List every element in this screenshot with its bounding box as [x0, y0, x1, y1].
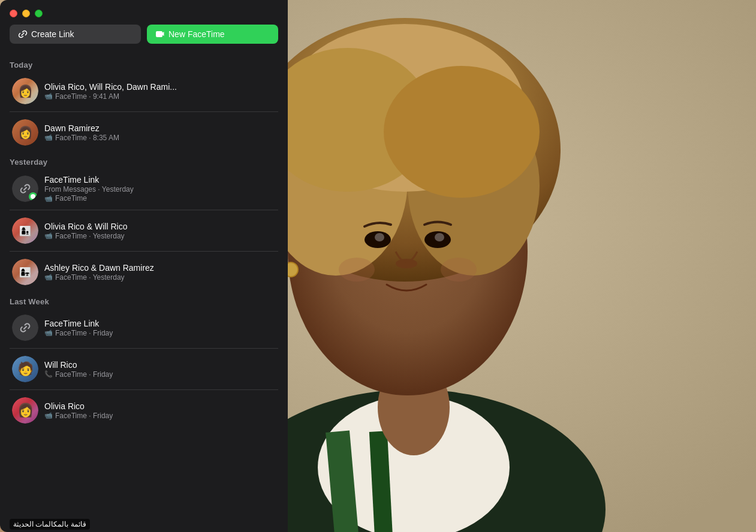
call-meta-2: 📹 FaceTime — [44, 194, 276, 202]
avatar — [12, 176, 38, 202]
svg-point-18 — [435, 233, 444, 241]
call-meta: 📹 FaceTime · Friday — [44, 329, 276, 337]
call-name: Dawn Ramirez — [44, 123, 276, 133]
call-name: Olivia Rico, Will Rico, Dawn Rami... — [44, 82, 276, 92]
call-meta: 📹 FaceTime · Friday — [44, 412, 276, 420]
fullscreen-button[interactable] — [35, 10, 43, 17]
avatar: 👩 — [12, 397, 38, 424]
section-last-week: Last Week — [0, 290, 288, 310]
svg-point-17 — [375, 233, 384, 241]
call-meta: 📹 FaceTime · Yesterday — [44, 232, 276, 240]
call-name: Ashley Rico & Dawn Ramirez — [44, 263, 276, 273]
sidebar: Create Link New FaceTime Today 👩 Olivia … — [0, 0, 288, 532]
avatar: 👩 — [12, 119, 38, 146]
list-item[interactable]: 👩‍👦 Olivia Rico & Will Rico 📹 FaceTime ·… — [2, 213, 285, 249]
call-info: Ashley Rico & Dawn Ramirez 📹 FaceTime · … — [44, 263, 276, 282]
avatar: 👩 — [12, 78, 38, 104]
video-icon: 📹 — [44, 195, 53, 202]
list-item[interactable]: 👩 Olivia Rico, Will Rico, Dawn Rami... 📹… — [2, 73, 285, 109]
call-info: Olivia Rico & Will Rico 📹 FaceTime · Yes… — [44, 222, 276, 240]
call-name: FaceTime Link — [44, 175, 276, 185]
section-yesterday: Yesterday — [0, 150, 288, 170]
top-buttons: Create Link New FaceTime — [0, 25, 288, 53]
list-item[interactable]: 👩‍👧 Ashley Rico & Dawn Ramirez 📹 FaceTim… — [2, 254, 285, 290]
call-info: Will Rico 📞 FaceTime · Friday — [44, 360, 276, 379]
traffic-lights — [0, 0, 288, 25]
divider — [10, 348, 278, 349]
video-icon: 📹 — [44, 273, 53, 281]
divider — [10, 251, 278, 252]
link-avatar-icon — [19, 321, 32, 334]
call-meta: From Messages · Yesterday — [44, 185, 276, 194]
call-info: Olivia Rico, Will Rico, Dawn Rami... 📹 F… — [44, 82, 276, 101]
divider — [10, 210, 278, 210]
close-button[interactable] — [10, 10, 17, 17]
messages-icon-small — [31, 194, 35, 199]
call-meta: 📹 FaceTime · 8:35 AM — [44, 134, 276, 142]
minimize-button[interactable] — [22, 10, 30, 17]
call-info: Olivia Rico 📹 FaceTime · Friday — [44, 401, 276, 420]
call-meta: 📞 FaceTime · Friday — [44, 370, 276, 379]
divider — [10, 111, 278, 112]
create-link-button[interactable]: Create Link — [10, 25, 141, 44]
call-list: Today 👩 Olivia Rico, Will Rico, Dawn Ram… — [0, 53, 288, 532]
call-info: Dawn Ramirez 📹 FaceTime · 8:35 AM — [44, 123, 276, 142]
video-camera-icon — [155, 29, 165, 39]
video-icon: 📹 — [44, 329, 53, 337]
svg-point-22 — [441, 258, 477, 282]
call-name: Olivia Rico — [44, 401, 276, 411]
phone-icon: 📞 — [44, 370, 53, 378]
call-meta: 📹 FaceTime · 9:41 AM — [44, 92, 276, 101]
new-facetime-button[interactable]: New FaceTime — [147, 25, 278, 44]
video-icon: 📹 — [44, 92, 53, 100]
svg-point-19 — [396, 259, 417, 268]
list-item[interactable]: FaceTime Link From Messages · Yesterday … — [2, 170, 285, 207]
link-icon — [18, 29, 28, 39]
call-name: FaceTime Link — [44, 319, 276, 328]
call-name: Olivia Rico & Will Rico — [44, 222, 276, 231]
call-meta: 📹 FaceTime · Yesterday — [44, 273, 276, 282]
section-today: Today — [0, 53, 288, 73]
call-info: FaceTime Link 📹 FaceTime · Friday — [44, 319, 276, 337]
avatar: 👩‍👦 — [12, 217, 38, 244]
avatar: 👩‍👧 — [12, 259, 38, 285]
list-item[interactable]: 👩 Dawn Ramirez 📹 FaceTime · 8:35 AM — [2, 114, 285, 150]
bottom-annotation-label: قائمة بالمكالمات الحديثة — [10, 519, 90, 530]
list-item[interactable]: FaceTime Link 📹 FaceTime · Friday — [2, 310, 285, 346]
svg-point-21 — [339, 258, 375, 282]
call-name: Will Rico — [44, 360, 276, 370]
video-icon: 📹 — [44, 232, 53, 240]
avatar: 🧑 — [12, 356, 38, 382]
list-item[interactable]: 🧑 Will Rico 📞 FaceTime · Friday — [2, 351, 285, 387]
avatar — [12, 315, 38, 341]
messages-badge — [29, 192, 37, 201]
svg-point-23 — [31, 194, 35, 199]
video-icon: 📹 — [44, 412, 53, 419]
svg-point-14 — [384, 66, 540, 198]
divider — [10, 389, 278, 390]
video-icon: 📹 — [44, 134, 53, 141]
list-item[interactable]: 👩 Olivia Rico 📹 FaceTime · Friday — [2, 392, 285, 428]
call-info: FaceTime Link From Messages · Yesterday … — [44, 175, 276, 202]
